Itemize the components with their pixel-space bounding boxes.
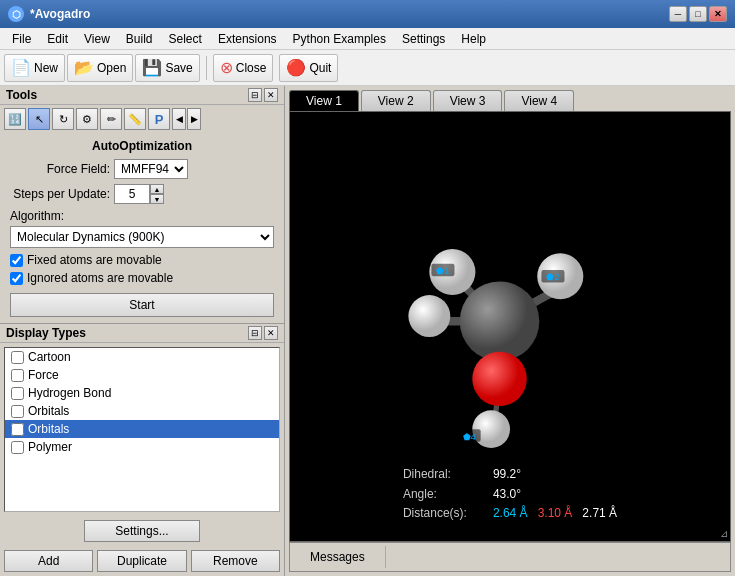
distance2: 3.10 Å — [538, 506, 573, 520]
minimize-button[interactable]: ─ — [669, 6, 687, 22]
close-button[interactable]: ⊗ Close — [213, 54, 274, 82]
steps-label: Steps per Update: — [10, 187, 110, 201]
start-button[interactable]: Start — [10, 293, 274, 317]
fixed-atoms-label: Fixed atoms are movable — [27, 253, 162, 267]
fixed-atoms-checkbox[interactable] — [10, 254, 23, 267]
measure-tool-btn[interactable]: 📏 — [124, 108, 146, 130]
tools-close-button[interactable]: ✕ — [264, 88, 278, 102]
menu-view[interactable]: View — [76, 28, 118, 49]
display-types-section: Display Types ⊟ ✕ Cartoon Force — [0, 324, 284, 576]
dihedral-label: Dihedral: — [403, 465, 483, 484]
tab-view2[interactable]: View 2 — [361, 90, 431, 111]
duplicate-button[interactable]: Duplicate — [97, 550, 186, 572]
list-item-selected[interactable]: Orbitals — [5, 420, 279, 438]
menu-extensions[interactable]: Extensions — [210, 28, 285, 49]
remove-button[interactable]: Remove — [191, 550, 280, 572]
list-item[interactable]: Orbitals — [5, 402, 279, 420]
ignored-atoms-checkbox[interactable] — [10, 272, 23, 285]
navigate-tool-btn[interactable]: 🔢 — [4, 108, 26, 130]
list-item[interactable]: Cartoon — [5, 348, 279, 366]
new-button[interactable]: 📄 New — [4, 54, 65, 82]
display-float-button[interactable]: ⊟ — [248, 326, 262, 340]
force-field-row: Force Field: MMFF94 UFF GAFF — [10, 159, 274, 179]
force-checkbox[interactable] — [11, 369, 24, 382]
new-icon: 📄 — [11, 58, 31, 77]
settings-btn-row: Settings... — [0, 516, 284, 546]
menu-edit[interactable]: Edit — [39, 28, 76, 49]
tools-toolbar: 🔢 ↖ ↻ ⚙ ✏ 📏 P ◀ ▶ — [0, 105, 284, 133]
maximize-button[interactable]: □ — [689, 6, 707, 22]
close-icon: ⊗ — [220, 58, 233, 77]
algorithm-select[interactable]: Molecular Dynamics (900K) Steepest Desce… — [10, 226, 274, 248]
menu-file[interactable]: File — [4, 28, 39, 49]
distance-values: 2.64 Å 3.10 Å 2.71 Å — [493, 504, 617, 523]
toolbar: 📄 New 📂 Open 💾 Save ⊗ Close 🔴 Quit — [0, 50, 735, 86]
quit-icon: 🔴 — [286, 58, 306, 77]
tools-prev-btn[interactable]: ◀ — [172, 108, 186, 130]
display-list[interactable]: Cartoon Force Hydrogen Bond Orbitals — [4, 347, 280, 512]
resize-handle[interactable]: ⊿ — [720, 528, 728, 539]
select-tool-btn[interactable]: ↖ — [28, 108, 50, 130]
quit-button[interactable]: 🔴 Quit — [279, 54, 338, 82]
rotate-tool-btn[interactable]: ↻ — [52, 108, 74, 130]
draw-tool-btn[interactable]: ✏ — [100, 108, 122, 130]
hydrogen-bond-checkbox[interactable] — [11, 387, 24, 400]
close-window-button[interactable]: ✕ — [709, 6, 727, 22]
auto-optimization-panel: AutoOptimization Force Field: MMFF94 UFF… — [0, 133, 284, 323]
menu-select[interactable]: Select — [161, 28, 210, 49]
tab-view3[interactable]: View 3 — [433, 90, 503, 111]
display-types-title: Display Types — [6, 326, 86, 340]
messages-tab[interactable]: Messages — [290, 546, 386, 568]
display-close-button[interactable]: ✕ — [264, 326, 278, 340]
list-item[interactable]: Polymer — [5, 438, 279, 456]
algorithm-select-row: Molecular Dynamics (900K) Steepest Desce… — [10, 226, 274, 248]
settings-tool-btn[interactable]: ⚙ — [76, 108, 98, 130]
svg-point-7 — [472, 352, 526, 406]
save-icon: 💾 — [142, 58, 162, 77]
tools-header: Tools ⊟ ✕ — [0, 86, 284, 105]
3d-view[interactable]: ⬟1 ⬟2 ⬟4 — [289, 111, 731, 542]
steps-up-btn[interactable]: ▲ — [150, 184, 164, 194]
polymer-checkbox[interactable] — [11, 441, 24, 454]
orbitals-checkbox1[interactable] — [11, 405, 24, 418]
display-list-container: Cartoon Force Hydrogen Bond Orbitals — [0, 343, 284, 516]
menu-python-examples[interactable]: Python Examples — [285, 28, 394, 49]
distance-label: Distance(s): — [403, 504, 483, 523]
list-item[interactable]: Force — [5, 366, 279, 384]
tab-view4[interactable]: View 4 — [504, 90, 574, 111]
open-button[interactable]: 📂 Open — [67, 54, 133, 82]
settings-button[interactable]: Settings... — [84, 520, 199, 542]
messages-bar: Messages — [289, 542, 731, 572]
toolbar-separator — [206, 56, 207, 80]
tools-next-btn[interactable]: ▶ — [187, 108, 201, 130]
display-types-header: Display Types ⊟ ✕ — [0, 324, 284, 343]
auto-opt-title: AutoOptimization — [10, 139, 274, 153]
list-item[interactable]: Hydrogen Bond — [5, 384, 279, 402]
dihedral-value: 99.2° — [493, 465, 521, 484]
save-button[interactable]: 💾 Save — [135, 54, 199, 82]
title-bar: ⬡ *Avogadro ─ □ ✕ — [0, 0, 735, 28]
steps-down-btn[interactable]: ▼ — [150, 194, 164, 204]
menu-build[interactable]: Build — [118, 28, 161, 49]
menu-help[interactable]: Help — [453, 28, 494, 49]
orbitals-checkbox2[interactable] — [11, 423, 24, 436]
add-button[interactable]: Add — [4, 550, 93, 572]
steps-spinbox: 5 ▲ ▼ — [114, 184, 164, 204]
tools-float-button[interactable]: ⊟ — [248, 88, 262, 102]
svg-text:⬟2: ⬟2 — [546, 271, 559, 282]
force-field-select[interactable]: MMFF94 UFF GAFF — [114, 159, 188, 179]
tab-view1[interactable]: View 1 — [289, 90, 359, 111]
window-title: *Avogadro — [30, 7, 90, 21]
tools-title: Tools — [6, 88, 37, 102]
distance3: 2.71 Å — [582, 506, 617, 520]
tools-section: Tools ⊟ ✕ 🔢 ↖ ↻ ⚙ ✏ 📏 P ◀ ▶ — [0, 86, 284, 324]
python-tool-btn[interactable]: P — [148, 108, 170, 130]
svg-point-10 — [408, 295, 450, 337]
open-icon: 📂 — [74, 58, 94, 77]
menu-bar: File Edit View Build Select Extensions P… — [0, 28, 735, 50]
left-panel: Tools ⊟ ✕ 🔢 ↖ ↻ ⚙ ✏ 📏 P ◀ ▶ — [0, 86, 285, 576]
menu-settings[interactable]: Settings — [394, 28, 453, 49]
svg-text:⬟1: ⬟1 — [436, 265, 449, 276]
cartoon-checkbox[interactable] — [11, 351, 24, 364]
steps-input[interactable]: 5 — [114, 184, 150, 204]
